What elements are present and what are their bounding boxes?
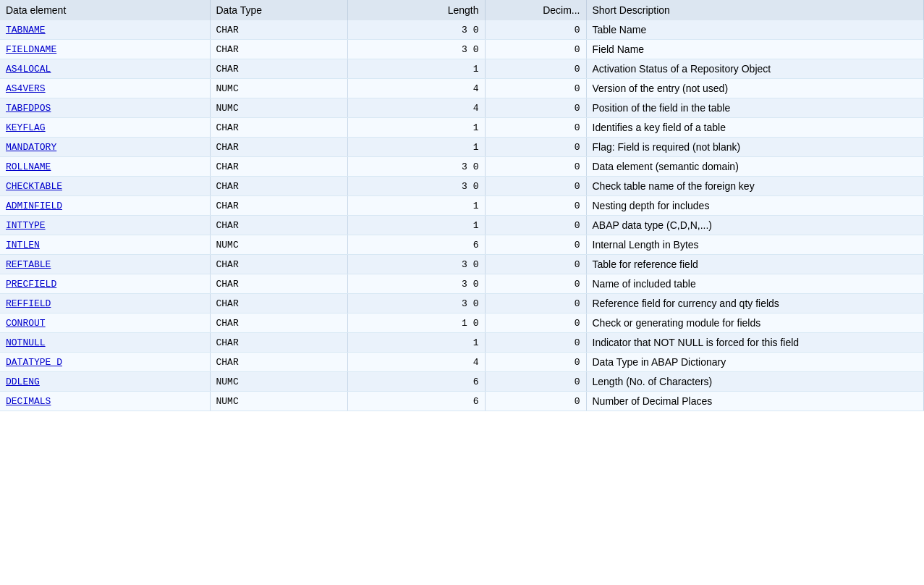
cell-data-element[interactable]: TABNAME (0, 20, 210, 40)
column-header-short-desc: Short Description (586, 0, 924, 20)
cell-short-description: Check or generating module for fields (586, 313, 924, 333)
cell-decimals: 0 (485, 313, 586, 333)
cell-data-type: CHAR (210, 274, 347, 294)
cell-decimals: 0 (485, 274, 586, 294)
cell-length: 3 0 (347, 20, 485, 40)
cell-decimals: 0 (485, 372, 586, 392)
cell-length: 3 0 (347, 157, 485, 177)
cell-short-description: Flag: Field is required (not blank) (586, 138, 924, 157)
cell-decimals: 0 (485, 294, 586, 313)
cell-length: 3 0 (347, 40, 485, 59)
cell-decimals: 0 (485, 40, 586, 59)
cell-data-element[interactable]: CHECKTABLE (0, 177, 210, 196)
table-row: CHECKTABLECHAR3 00Check table name of th… (0, 177, 924, 196)
cell-data-element[interactable]: INTTYPE (0, 216, 210, 235)
table-header-row: Data element Data Type Length Decim... S… (0, 0, 924, 20)
cell-short-description: Position of the field in the table (586, 98, 924, 118)
cell-data-type: CHAR (210, 255, 347, 274)
cell-data-type: NUMC (210, 392, 347, 411)
cell-data-element[interactable]: DATATYPE_D (0, 353, 210, 372)
cell-data-element[interactable]: INTLEN (0, 235, 210, 255)
table-row: FIELDNAMECHAR3 00Field Name (0, 40, 924, 59)
cell-data-type: CHAR (210, 196, 347, 216)
cell-length: 6 (347, 392, 485, 411)
cell-length: 1 (347, 333, 485, 353)
table-row: CONROUTCHAR1 00Check or generating modul… (0, 313, 924, 333)
data-dictionary-table: Data element Data Type Length Decim... S… (0, 0, 924, 411)
cell-data-element[interactable]: KEYFLAG (0, 118, 210, 138)
cell-decimals: 0 (485, 392, 586, 411)
cell-data-type: CHAR (210, 353, 347, 372)
cell-short-description: Data Type in ABAP Dictionary (586, 353, 924, 372)
cell-data-type: CHAR (210, 216, 347, 235)
cell-data-element[interactable]: REFFIELD (0, 294, 210, 313)
cell-data-type: CHAR (210, 59, 347, 79)
cell-decimals: 0 (485, 79, 586, 98)
cell-decimals: 0 (485, 98, 586, 118)
table-row: DATATYPE_DCHAR40Data Type in ABAP Dictio… (0, 353, 924, 372)
cell-data-type: NUMC (210, 79, 347, 98)
cell-length: 4 (347, 98, 485, 118)
cell-decimals: 0 (485, 177, 586, 196)
cell-short-description: Table for reference field (586, 255, 924, 274)
column-header-length: Length (347, 0, 485, 20)
cell-short-description: Check table name of the foreign key (586, 177, 924, 196)
cell-short-description: Table Name (586, 20, 924, 40)
cell-data-element[interactable]: PRECFIELD (0, 274, 210, 294)
cell-short-description: Reference field for currency and qty fie… (586, 294, 924, 313)
cell-data-element[interactable]: REFTABLE (0, 255, 210, 274)
cell-short-description: Data element (semantic domain) (586, 157, 924, 177)
cell-data-element[interactable]: FIELDNAME (0, 40, 210, 59)
cell-short-description: Nesting depth for includes (586, 196, 924, 216)
cell-data-type: CHAR (210, 333, 347, 353)
cell-short-description: Activation Status of a Repository Object (586, 59, 924, 79)
cell-length: 6 (347, 235, 485, 255)
cell-data-element[interactable]: ROLLNAME (0, 157, 210, 177)
table-row: AS4LOCALCHAR10Activation Status of a Rep… (0, 59, 924, 79)
table-row: ROLLNAMECHAR3 00Data element (semantic d… (0, 157, 924, 177)
cell-length: 1 0 (347, 313, 485, 333)
cell-data-type: CHAR (210, 40, 347, 59)
cell-length: 3 0 (347, 255, 485, 274)
cell-data-element[interactable]: MANDATORY (0, 138, 210, 157)
cell-data-element[interactable]: DDLENG (0, 372, 210, 392)
cell-short-description: Indicator that NOT NULL is forced for th… (586, 333, 924, 353)
cell-short-description: Field Name (586, 40, 924, 59)
cell-data-type: CHAR (210, 138, 347, 157)
table-row: INTLENNUMC60Internal Length in Bytes (0, 235, 924, 255)
table-row: TABFDPOSNUMC40Position of the field in t… (0, 98, 924, 118)
cell-short-description: Length (No. of Characters) (586, 372, 924, 392)
column-header-decimals: Decim... (485, 0, 586, 20)
cell-length: 4 (347, 353, 485, 372)
cell-short-description: Internal Length in Bytes (586, 235, 924, 255)
column-header-data-element: Data element (0, 0, 210, 20)
cell-data-element[interactable]: ADMINFIELD (0, 196, 210, 216)
cell-length: 1 (347, 138, 485, 157)
cell-data-element[interactable]: DECIMALS (0, 392, 210, 411)
cell-data-element[interactable]: TABFDPOS (0, 98, 210, 118)
cell-data-type: NUMC (210, 98, 347, 118)
table-row: INTTYPECHAR10ABAP data type (C,D,N,...) (0, 216, 924, 235)
table-row: TABNAMECHAR3 00Table Name (0, 20, 924, 40)
cell-length: 4 (347, 79, 485, 98)
table-row: PRECFIELDCHAR3 00Name of included table (0, 274, 924, 294)
cell-decimals: 0 (485, 157, 586, 177)
cell-length: 3 0 (347, 294, 485, 313)
cell-data-type: CHAR (210, 20, 347, 40)
cell-data-type: NUMC (210, 235, 347, 255)
cell-decimals: 0 (485, 138, 586, 157)
cell-length: 1 (347, 196, 485, 216)
cell-data-element[interactable]: NOTNULL (0, 333, 210, 353)
cell-data-element[interactable]: CONROUT (0, 313, 210, 333)
cell-data-type: NUMC (210, 372, 347, 392)
cell-length: 1 (347, 216, 485, 235)
cell-length: 1 (347, 118, 485, 138)
cell-data-type: CHAR (210, 118, 347, 138)
cell-data-element[interactable]: AS4VERS (0, 79, 210, 98)
table-row: MANDATORYCHAR10Flag: Field is required (… (0, 138, 924, 157)
cell-decimals: 0 (485, 235, 586, 255)
cell-data-element[interactable]: AS4LOCAL (0, 59, 210, 79)
cell-data-type: CHAR (210, 157, 347, 177)
column-header-data-type: Data Type (210, 0, 347, 20)
cell-decimals: 0 (485, 255, 586, 274)
